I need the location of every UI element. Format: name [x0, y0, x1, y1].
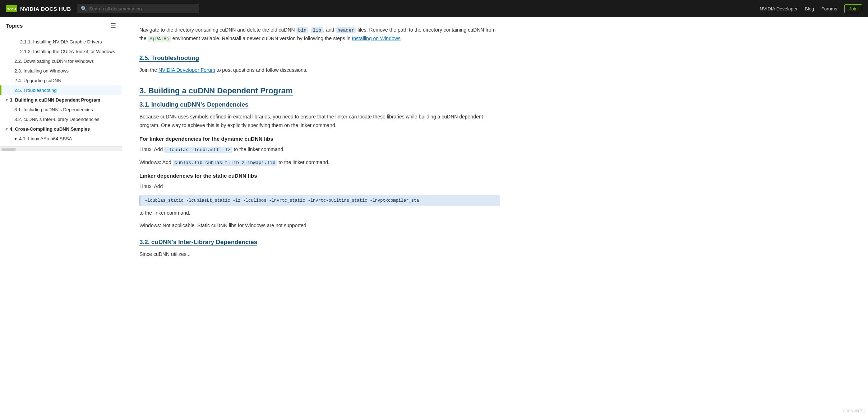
linux-dynamic-suffix: to the linker command. [234, 146, 285, 152]
linux-static-prefix-text: Linux: Add [139, 182, 500, 191]
section-32-link[interactable]: 3.2. cuDNN's Inter-Library Dependencies [139, 239, 257, 246]
section-31-link[interactable]: 3.1. Including cuDNN's Dependencies [139, 101, 249, 108]
sidebar-item-2-3[interactable]: 2.3. Installing on Windows [0, 66, 122, 76]
sidebar-item-2-3-label: 2.3. Installing on Windows [14, 68, 69, 74]
nvidia-logo-icon: NVIDIA [6, 5, 17, 12]
chevron-down-icon: ▾ [6, 98, 8, 102]
windows-dynamic-code: cublas.lib cublasLt.lib zlibwapi.lib [173, 160, 277, 166]
section-31-heading: 3.1. Including cuDNN's Dependencies [139, 101, 500, 108]
linux-dynamic-paragraph: Linux: Add -lcublas -lcublasLt -lz to th… [139, 145, 500, 154]
sidebar-item-2-1-2[interactable]: 2.1.2. Installing the CUDA Toolkit for W… [0, 47, 122, 56]
page-layout: Topics ☰ 2.1.1. Installing NVIDIA Graphi… [0, 17, 868, 416]
search-icon: 🔍 [81, 6, 87, 11]
sidebar-bottom [0, 146, 122, 151]
sidebar-item-4-1[interactable]: ▾ 4.1. Linux AArch64 SBSA [0, 134, 122, 144]
logo-text: NVIDIA DOCS HUB [20, 6, 71, 12]
intro-text: Navigate to the directory containing cuD… [139, 27, 295, 33]
intro-section: Navigate to the directory containing cuD… [139, 26, 500, 43]
section-2-5: 2.5. Troubleshooting Join the NVIDIA Dev… [139, 55, 500, 75]
search-bar[interactable]: 🔍 [77, 4, 199, 13]
bin-code: bin [296, 27, 308, 33]
search-input[interactable] [89, 6, 195, 11]
chevron-down-icon-4-1: ▾ [14, 136, 17, 141]
sidebar-item-4-label: 4. Cross-Compiling cuDNN Samples [10, 126, 90, 132]
top-header: NVIDIA NVIDIA DOCS HUB 🔍 NVIDIA Develope… [0, 0, 868, 17]
installing-windows-link[interactable]: Installing on Windows [352, 36, 400, 41]
sidebar-item-3[interactable]: ▾ 3. Building a cuDNN Dependent Program [0, 95, 122, 105]
sidebar-item-4-1-label: 4.1. Linux AArch64 SBSA [19, 136, 72, 141]
linux-static-code: -lcublas_static -lcublasLt_static -lz -l… [139, 195, 500, 206]
path-env-var: $(PATH) [148, 36, 171, 42]
sidebar-item-3-2[interactable]: 3.2. cuDNN's Inter-Library Dependencies [0, 114, 122, 124]
nav-blog[interactable]: Blog [805, 6, 814, 11]
intro-text3: environment variable. Reinstall a newer … [172, 36, 351, 41]
linux-dynamic-prefix: Linux: Add [139, 146, 163, 152]
logo-area: NVIDIA NVIDIA DOCS HUB [6, 5, 71, 12]
linux-dynamic-code: -lcublas -lcublasLt -lz [164, 147, 232, 153]
nav-forums[interactable]: Forums [821, 6, 837, 11]
windows-static-text: Windows: Not applicable. Static cuDNN li… [139, 221, 500, 230]
section-3-heading: 3. Building a cuDNN Dependent Program [139, 86, 500, 95]
static-libs-heading: Linker dependencies for the static cuDNN… [139, 173, 500, 179]
section-31-paragraph: Because cuDNN uses symbols defined in ex… [139, 113, 500, 130]
sidebar-hscroll[interactable] [0, 147, 122, 151]
sidebar-item-2-2[interactable]: 2.2. Downloading cuDNN for Windows [0, 56, 122, 66]
linux-static-prefix: Linux: Add [139, 183, 163, 189]
section-32-paragraph: Since cuDNN utilizes... [139, 250, 500, 259]
sidebar-item-3-2-label: 3.2. cuDNN's Inter-Library Dependencies [14, 117, 100, 122]
nvidia-forum-link[interactable]: NVIDIA Developer Forum [158, 67, 215, 73]
sidebar-header: Topics ☰ [0, 17, 122, 34]
sidebar-item-2-4-label: 2.4. Upgrading cuDNN [14, 78, 61, 83]
menu-icon[interactable]: ☰ [110, 22, 116, 29]
header-code: header [336, 27, 356, 33]
join-button[interactable]: Join [844, 4, 862, 13]
main-content: Navigate to the directory containing cuD… [122, 17, 517, 416]
section-32-heading: 3.2. cuDNN's Inter-Library Dependencies [139, 239, 500, 246]
section-25-text2: to post questions and follow discussions… [217, 67, 308, 73]
lib-code: lib [311, 27, 323, 33]
windows-dynamic-paragraph: Windows: Add cublas.lib cublasLt.lib zli… [139, 158, 500, 167]
section-25-heading: 2.5. Troubleshooting [139, 55, 500, 62]
sidebar-content: 2.1.1. Installing NVIDIA Graphic Drivers… [0, 34, 122, 146]
linux-static-suffix-text: to the linker command. [139, 209, 500, 218]
chevron-down-icon-4: ▾ [6, 127, 8, 131]
sidebar-item-2-1-1-label: 2.1.1. Installing NVIDIA Graphic Drivers [20, 39, 102, 45]
header-nav: NVIDIA Developer Blog Forums Join [760, 4, 862, 13]
intro-paragraph: Navigate to the directory containing cuD… [139, 26, 500, 43]
sidebar-item-2-4[interactable]: 2.4. Upgrading cuDNN [0, 76, 122, 85]
active-indicator [0, 85, 1, 95]
sidebar-item-3-label: 3. Building a cuDNN Dependent Program [10, 97, 100, 103]
sidebar: Topics ☰ 2.1.1. Installing NVIDIA Graphi… [0, 17, 122, 416]
section-25-paragraph: Join the NVIDIA Developer Forum to post … [139, 66, 500, 75]
sidebar-item-2-1-2-label: 2.1.2. Installing the CUDA Toolkit for W… [20, 49, 115, 54]
section-32-text: Since cuDNN utilizes... [139, 251, 190, 257]
sidebar-title: Topics [6, 23, 23, 29]
sidebar-item-3-1[interactable]: 3.1. Including cuDNN's Dependencies [0, 105, 122, 114]
windows-dynamic-suffix: to the linker command. [278, 159, 329, 165]
linux-static-suffix: to the linker command. [139, 210, 190, 216]
sidebar-item-3-1-label: 3.1. Including cuDNN's Dependencies [14, 107, 93, 112]
sidebar-item-2-1-1[interactable]: 2.1.1. Installing NVIDIA Graphic Drivers [0, 37, 122, 47]
dynamic-libs-heading: For linker dependencies for the dynamic … [139, 136, 500, 142]
windows-dynamic-prefix: Windows: Add [139, 159, 171, 165]
hscroll-thumb [1, 148, 16, 151]
nav-nvidia-developer[interactable]: NVIDIA Developer [760, 6, 798, 11]
watermark: CSDN @IT51 [843, 409, 865, 413]
section-3: 3. Building a cuDNN Dependent Program 3.… [139, 86, 500, 259]
sidebar-item-2-5[interactable]: 2.5. Troubleshooting [0, 85, 122, 95]
sidebar-item-2-2-label: 2.2. Downloading cuDNN for Windows [14, 59, 94, 64]
section-25-link[interactable]: 2.5. Troubleshooting [139, 55, 199, 62]
sidebar-item-4[interactable]: ▾ 4. Cross-Compiling cuDNN Samples [0, 124, 122, 134]
section-3-link[interactable]: 3. Building a cuDNN Dependent Program [139, 86, 293, 95]
sidebar-item-2-5-label: 2.5. Troubleshooting [14, 88, 57, 93]
section-25-text: Join the [139, 67, 157, 73]
svg-text:NVIDIA: NVIDIA [6, 8, 16, 11]
